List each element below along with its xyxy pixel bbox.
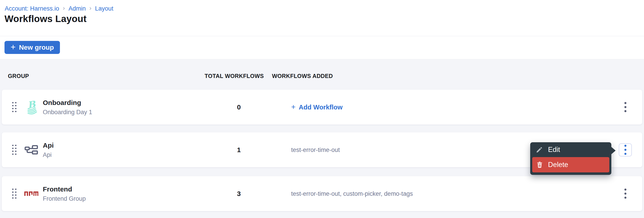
edit-menu-item[interactable]: Edit bbox=[530, 142, 611, 157]
table-row: Frontend Frontend Group 3 test-error-tim… bbox=[2, 176, 642, 211]
row-menu-kebab-icon[interactable] bbox=[619, 143, 632, 156]
plus-icon: + bbox=[10, 43, 16, 51]
onboarding-stack-logo-icon: B bbox=[24, 100, 38, 114]
delete-menu-item[interactable]: Delete bbox=[532, 157, 609, 172]
context-menu-arrow bbox=[611, 147, 616, 154]
breadcrumb-separator-icon: › bbox=[63, 4, 65, 12]
svg-text:B: B bbox=[27, 100, 37, 110]
breadcrumb-admin-link[interactable]: Admin bbox=[68, 5, 86, 12]
drag-handle-icon[interactable] bbox=[12, 144, 17, 155]
new-group-button-label: New group bbox=[19, 44, 54, 51]
group-name: Api bbox=[43, 141, 54, 149]
column-header-group: GROUP bbox=[8, 73, 29, 79]
group-name: Onboarding bbox=[43, 99, 92, 106]
npm-logo-icon bbox=[24, 191, 38, 196]
total-workflows-value: 3 bbox=[214, 190, 264, 198]
pencil-icon bbox=[536, 146, 543, 153]
plus-icon: + bbox=[291, 102, 296, 111]
trash-icon bbox=[536, 161, 543, 168]
drag-handle-icon[interactable] bbox=[12, 188, 17, 199]
row-menu-kebab-icon[interactable] bbox=[619, 101, 632, 114]
breadcrumb: Account: Harness.io › Admin › Layout bbox=[5, 5, 113, 12]
group-description: Frontend Group bbox=[43, 195, 86, 202]
new-group-button[interactable]: + New group bbox=[4, 41, 60, 54]
delete-menu-label: Delete bbox=[548, 161, 568, 169]
drag-handle-icon[interactable] bbox=[12, 102, 17, 112]
total-workflows-value: 0 bbox=[214, 103, 264, 111]
workflows-added-list: test-error-time-out bbox=[291, 146, 340, 153]
row-context-menu: Edit Delete bbox=[530, 142, 611, 175]
add-workflow-link[interactable]: + Add Workflow bbox=[291, 103, 342, 111]
breadcrumb-layout-link[interactable]: Layout bbox=[95, 5, 113, 12]
edit-menu-label: Edit bbox=[548, 146, 560, 154]
page-title: Workflows Layout bbox=[4, 13, 86, 24]
group-description: Api bbox=[43, 151, 54, 158]
group-description: Onboarding Day 1 bbox=[43, 109, 92, 115]
column-header-total-workflows: TOTAL WORKFLOWS bbox=[204, 73, 264, 79]
breadcrumb-separator-icon: › bbox=[89, 4, 91, 12]
row-menu-kebab-icon[interactable] bbox=[619, 187, 632, 200]
workflow-groups-table: GROUP TOTAL WORKFLOWS WORKFLOWS ADDED B bbox=[0, 59, 644, 218]
add-workflow-label: Add Workflow bbox=[299, 103, 342, 111]
sitemap-icon bbox=[24, 145, 38, 155]
total-workflows-value: 1 bbox=[214, 146, 264, 154]
column-header-workflows-added: WORKFLOWS ADDED bbox=[272, 73, 333, 79]
header-divider bbox=[0, 36, 644, 36]
workflows-added-list: test-error-time-out, custom-picker, demo… bbox=[291, 190, 413, 197]
group-name: Frontend bbox=[43, 185, 86, 193]
breadcrumb-account-link[interactable]: Account: Harness.io bbox=[5, 5, 59, 12]
table-row: B Onboarding Onboarding Day 1 0 + Add Wo… bbox=[2, 90, 642, 124]
